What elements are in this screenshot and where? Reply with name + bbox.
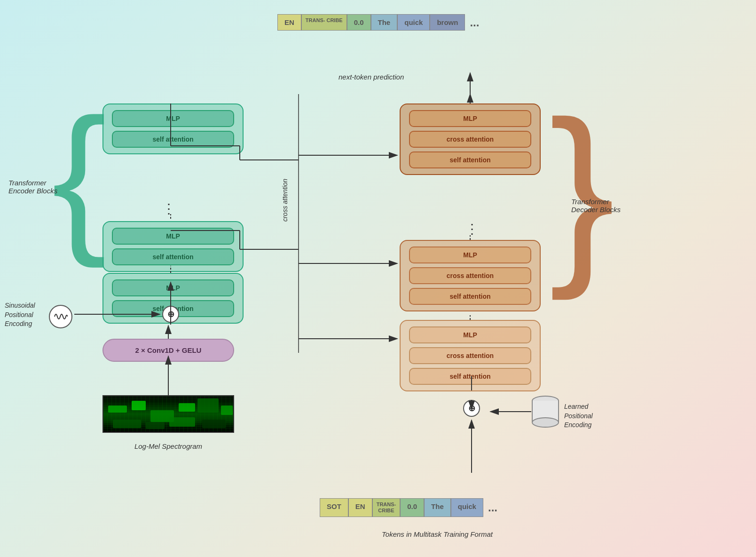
svg-point-4 bbox=[532, 418, 559, 427]
encoder-brace: { bbox=[52, 94, 107, 259]
token-en-out: EN bbox=[277, 14, 301, 31]
dec-block-mid: MLP cross attention self attention bbox=[400, 240, 541, 318]
spectrogram bbox=[102, 395, 234, 433]
token-the-in: The bbox=[424, 498, 451, 517]
conv-block: 2 × Conv1D + GELU bbox=[102, 339, 234, 362]
dec-block-top: MLP cross attention self attention bbox=[400, 103, 541, 182]
add-circle-decoder: ⊕ bbox=[463, 400, 480, 417]
dec-block-bot: MLP cross attention self attention bbox=[400, 320, 541, 398]
next-token-label: next-token prediction bbox=[339, 73, 404, 81]
spectrogram-label: Log-Mel Spectrogram bbox=[102, 442, 234, 450]
add-circle-encoder: ⊕ bbox=[162, 306, 179, 323]
token-zero-in: 0.0 bbox=[400, 498, 424, 517]
input-token-row: SOT EN TRANS-CRIBE 0.0 The quick ... bbox=[320, 498, 507, 517]
token-transcribe-out: TRANS- CRIBE bbox=[301, 14, 347, 31]
enc-dots-1: ⋮ bbox=[162, 202, 175, 215]
cylinder-icon bbox=[531, 395, 559, 428]
token-the-out: The bbox=[371, 14, 398, 31]
token-quick-out: quick bbox=[397, 14, 430, 31]
token-en-in: EN bbox=[348, 498, 372, 517]
dec-dots-1: ⋮ bbox=[465, 221, 479, 237]
encoder-label: TransformerEncoder Blocks bbox=[8, 179, 57, 195]
decoder-brace: } bbox=[549, 92, 615, 289]
diagram: EN TRANS- CRIBE 0.0 The quick brown ... … bbox=[0, 0, 756, 557]
token-brown-out: brown bbox=[430, 14, 465, 31]
enc-block-top: MLP self attention bbox=[102, 103, 239, 161]
spectrogram-visual bbox=[103, 396, 233, 432]
sine-wave-icon bbox=[49, 305, 72, 328]
token-transcribe-in: TRANS-CRIBE bbox=[372, 498, 401, 517]
token-dots-in: ... bbox=[483, 498, 507, 517]
output-token-row: EN TRANS- CRIBE 0.0 The quick brown ... bbox=[277, 14, 488, 31]
token-quick-in: quick bbox=[451, 498, 483, 517]
token-label: Tokens in Multitask Training Format bbox=[320, 530, 555, 538]
enc-block-mid: MLP self attention bbox=[102, 221, 239, 278]
token-sot: SOT bbox=[320, 498, 348, 517]
cross-attention-label: cross attention bbox=[281, 179, 289, 222]
learned-label: LearnedPositionalEncoding bbox=[564, 402, 593, 430]
decoder-label: TransformerDecoder Blocks bbox=[571, 198, 621, 214]
token-dots-out: ... bbox=[465, 14, 488, 31]
token-zero-out: 0.0 bbox=[347, 14, 371, 31]
sinusoidal-label: SinusoidalPositionalEncoding bbox=[5, 301, 35, 329]
